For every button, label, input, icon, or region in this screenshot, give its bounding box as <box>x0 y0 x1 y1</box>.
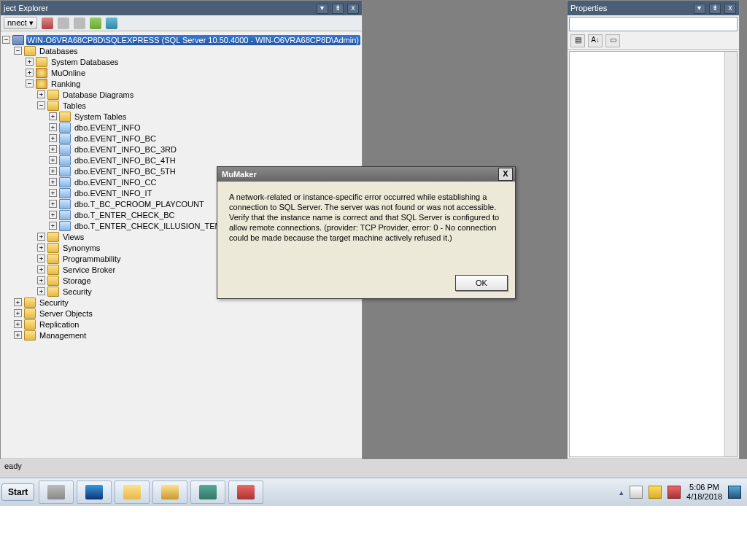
node-icon <box>59 188 71 198</box>
expand-icon[interactable]: − <box>37 101 45 109</box>
categorized-icon[interactable]: ▤ <box>570 34 585 47</box>
taskbar-app-explorer[interactable] <box>115 481 150 504</box>
collapse-icon[interactable]: + <box>49 167 57 175</box>
tree-node[interactable]: −WIN-O6VRA68CP8D\SQLEXPRESS (SQL Server … <box>2 34 360 45</box>
close-panel-icon[interactable]: x <box>347 4 359 14</box>
node-icon <box>47 287 59 297</box>
tree-node[interactable]: +dbo.EVENT_INFO_BC <box>2 133 360 144</box>
collapse-icon[interactable]: + <box>26 58 34 66</box>
collapse-icon[interactable]: + <box>37 254 45 262</box>
tree-node[interactable]: +MuOnline <box>2 67 360 78</box>
refresh-icon[interactable] <box>106 18 117 29</box>
node-label: Tables <box>61 101 88 111</box>
properties-combo[interactable] <box>569 17 738 31</box>
tray-show-hidden-icon[interactable]: ▴ <box>619 488 624 497</box>
tree-node[interactable]: −Ranking <box>2 78 360 89</box>
collapse-icon[interactable]: + <box>37 265 45 273</box>
object-explorer-title: ject Explorer <box>4 4 48 12</box>
taskbar-app-mumaker[interactable] <box>228 481 263 504</box>
node-label: Service Broker <box>61 265 117 275</box>
ok-button[interactable]: OK <box>455 275 508 291</box>
expand-icon[interactable]: − <box>26 79 34 88</box>
properties-body <box>569 51 738 457</box>
taskbar-clock[interactable]: 5:06 PM 4/18/2018 <box>686 483 722 502</box>
collapse-icon[interactable]: + <box>49 112 57 120</box>
collapse-icon[interactable]: + <box>14 320 22 328</box>
tree-node[interactable]: +Replication <box>2 319 360 330</box>
collapse-icon[interactable]: + <box>49 189 57 197</box>
node-label: Database Diagrams <box>61 90 135 100</box>
start-button[interactable]: Start <box>1 483 34 501</box>
error-dialog: MuMaker X A network-related or instance-… <box>217 166 516 299</box>
toolbar-icon-1[interactable] <box>42 18 53 29</box>
pin-toggle-icon[interactable]: ⇟ <box>332 4 344 14</box>
toolbar-icon-3[interactable] <box>74 18 85 29</box>
taskbar-app-server[interactable] <box>39 481 74 504</box>
properties-title: Properties <box>570 4 607 12</box>
collapse-icon[interactable]: + <box>37 244 45 252</box>
tree-node[interactable]: +Database Diagrams <box>2 89 360 100</box>
alphabetical-icon[interactable]: A↓ <box>588 34 603 47</box>
tray-action-icon[interactable] <box>667 486 681 499</box>
collapse-icon[interactable]: + <box>37 287 45 295</box>
node-icon <box>59 210 71 220</box>
filter-icon[interactable] <box>90 18 101 29</box>
collapse-icon[interactable]: + <box>49 134 57 142</box>
pin-icon[interactable]: ▾ <box>694 4 705 14</box>
collapse-icon[interactable]: + <box>14 298 22 306</box>
tree-node[interactable]: −Databases <box>2 45 360 56</box>
tree-node[interactable]: +System Tables <box>2 111 360 122</box>
dialog-title: MuMaker <box>222 170 257 179</box>
node-label: Views <box>61 232 85 242</box>
object-explorer-toolbar: nnect ▾ <box>1 15 362 31</box>
node-icon <box>36 79 47 89</box>
collapse-icon[interactable]: + <box>49 178 57 186</box>
node-icon <box>36 68 47 78</box>
collapse-icon[interactable]: + <box>26 69 34 77</box>
taskbar-app-powershell[interactable] <box>77 481 112 504</box>
taskbar-app-config[interactable] <box>152 481 187 504</box>
tree-node[interactable]: +dbo.EVENT_INFO <box>2 122 360 133</box>
node-icon <box>24 330 36 341</box>
collapse-icon[interactable]: + <box>49 156 57 164</box>
tree-node[interactable]: −Tables <box>2 100 360 111</box>
node-label: Ranking <box>50 79 82 89</box>
scrollbar[interactable] <box>724 52 737 456</box>
tree-node[interactable]: +dbo.EVENT_INFO_BC_4TH <box>2 155 360 166</box>
tree-node[interactable]: +dbo.EVENT_INFO_BC_3RD <box>2 144 360 155</box>
dialog-titlebar[interactable]: MuMaker X <box>217 167 515 182</box>
node-icon <box>47 232 59 242</box>
tree-node[interactable]: +Server Objects <box>2 308 360 319</box>
taskbar-app-ssms[interactable] <box>190 481 225 504</box>
tree-node[interactable]: +System Databases <box>2 56 360 67</box>
node-label: Synonyms <box>61 243 101 253</box>
collapse-icon[interactable]: + <box>49 200 57 208</box>
pin-icon[interactable]: ▾ <box>317 4 328 14</box>
toolbar-icon-2[interactable] <box>58 18 69 29</box>
show-desktop-button[interactable] <box>728 486 741 499</box>
node-icon <box>47 243 59 253</box>
collapse-icon[interactable]: + <box>49 211 57 219</box>
collapse-icon[interactable]: + <box>14 331 22 339</box>
collapse-icon[interactable]: + <box>37 276 45 284</box>
collapse-icon[interactable]: + <box>14 309 22 317</box>
expand-icon[interactable]: − <box>14 47 22 55</box>
close-icon[interactable]: X <box>498 168 513 181</box>
system-tray: ▴ 5:06 PM 4/18/2018 <box>619 483 746 502</box>
pin-toggle-icon[interactable]: ⇟ <box>709 4 721 14</box>
connect-button[interactable]: nnect ▾ <box>4 17 37 29</box>
node-icon <box>59 199 71 209</box>
collapse-icon[interactable]: + <box>37 90 45 98</box>
collapse-icon[interactable]: + <box>49 145 57 153</box>
expand-icon[interactable]: − <box>2 36 10 44</box>
node-label: dbo.T_BC_PCROOM_PLAYCOUNT <box>73 199 206 209</box>
node-label: Management <box>38 330 88 341</box>
close-panel-icon[interactable]: x <box>724 4 736 14</box>
collapse-icon[interactable]: + <box>37 233 45 241</box>
tray-flag-icon[interactable] <box>630 486 643 499</box>
tree-node[interactable]: +Management <box>2 330 360 341</box>
tray-network-icon[interactable] <box>649 486 662 499</box>
collapse-icon[interactable]: + <box>49 123 57 131</box>
collapse-icon[interactable]: + <box>49 222 57 230</box>
property-pages-icon[interactable]: ▭ <box>605 34 620 47</box>
